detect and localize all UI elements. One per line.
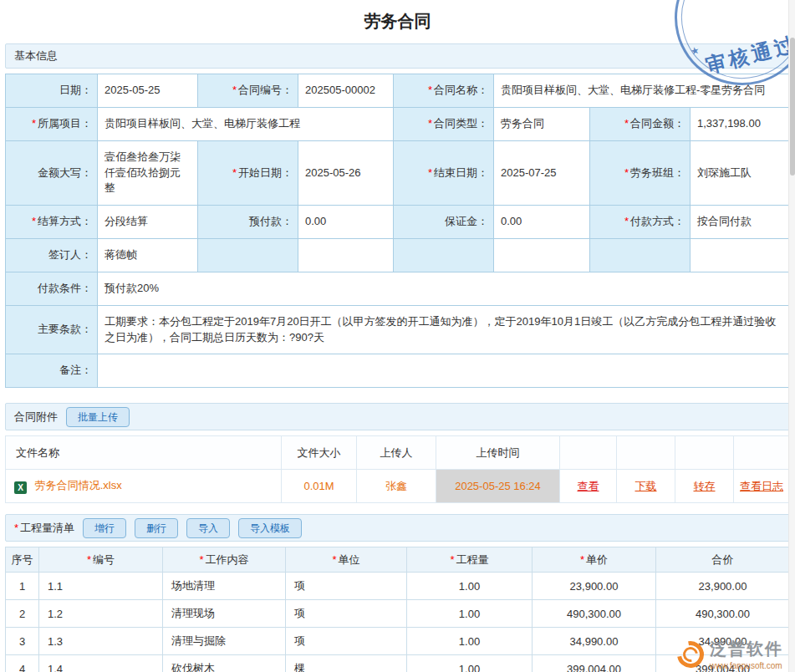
upload-time-cell: 2025-05-25 16:24: [436, 470, 560, 503]
unit-cell: 项: [286, 573, 407, 600]
price-cell: 490,300.00: [533, 600, 656, 628]
delete-row-button[interactable]: 删行: [135, 518, 178, 538]
empty-label: [394, 239, 494, 272]
form-row: *所属项目： 贵阳项目样板间、大堂、电梯厅装修工程 *合同类型： 劳务合同 *合…: [6, 107, 790, 140]
date-value: 2025-05-25: [98, 74, 198, 108]
add-row-button[interactable]: 增行: [83, 518, 126, 538]
boq-row: 3 1.3 清理与掘除 项 1.00 34,990.00 34,990.00: [6, 628, 790, 655]
action-cell: 查看: [560, 470, 617, 503]
col-header-action: [675, 436, 734, 470]
col-header-action: [560, 436, 617, 470]
project-label: *所属项目：: [6, 107, 98, 140]
boq-title: *工程量清单: [14, 521, 74, 536]
form-row: 签订人： 蒋德帧: [6, 239, 790, 272]
attachment-file-link[interactable]: 劳务合同情况.xlsx: [35, 479, 122, 491]
signer-value: 蒋德帧: [98, 239, 198, 272]
action-cell: 转存: [675, 470, 734, 503]
action-cell: 查看日志: [734, 470, 790, 503]
remark-label: 备注：: [6, 354, 98, 388]
view-log-link[interactable]: 查看日志: [740, 480, 783, 492]
save-as-link[interactable]: 转存: [694, 480, 716, 492]
unit-cell: 棵: [286, 655, 407, 672]
pay-terms-label: 付款条件：: [6, 272, 98, 305]
main-terms-label: 主要条款：: [6, 305, 98, 354]
total-cell: 490,300.00: [656, 600, 790, 628]
seq-cell: 1: [6, 573, 39, 600]
col-header-upload-time: 上传时间: [436, 436, 560, 470]
col-header-content: *工作内容: [163, 547, 286, 573]
form-row: *结算方式： 分段结算 预付款： 0.00 保证金： 0.00 *付款方式： 按…: [6, 206, 790, 239]
file-size-cell: 0.01M: [282, 470, 357, 503]
boq-row: 1 1.1 场地清理 项 1.00 23,900.00 23,900.00: [6, 573, 790, 600]
import-button[interactable]: 导入: [186, 518, 230, 538]
page-title: 劳务合同: [5, 0, 790, 43]
basic-info-header: 基本信息: [5, 43, 790, 69]
price-cell: 399,004.00: [533, 655, 656, 672]
prepay-label: 预付款：: [198, 206, 298, 239]
contract-type-value: 劳务合同: [494, 107, 590, 140]
import-template-button[interactable]: 导入模板: [238, 518, 302, 538]
amount-caps-label: 金额大写：: [6, 140, 98, 206]
empty-value: [691, 239, 790, 272]
empty-label: [590, 239, 691, 272]
code-cell: 1.4: [39, 655, 163, 672]
attachment-row: 劳务合同情况.xlsx 0.01M 张鑫 2025-05-25 16:24 查看…: [6, 470, 790, 503]
uploader-cell: 张鑫: [357, 470, 436, 503]
pay-method-label: *付款方式：: [590, 206, 691, 239]
attachments-table: 文件名称 文件大小 上传人 上传时间 劳务合同情况.xlsx 0.01M 张鑫 …: [5, 435, 790, 503]
empty-value: [298, 239, 394, 272]
watermark-site: www.fanpusoft.com: [710, 661, 783, 670]
form-row: 主要条款： 工期要求：本分包工程定于2019年7月20日开工（以甲方签发的开工通…: [6, 305, 790, 354]
boq-table: 序号 *编号 *工作内容 *单位 *工程量 *单价 合价 1 1.1 场地清理 …: [5, 547, 790, 672]
col-header-unit: *单位: [286, 547, 407, 573]
view-link[interactable]: 查看: [578, 480, 599, 492]
prepay-value: 0.00: [298, 206, 394, 239]
settlement-label: *结算方式：: [6, 206, 98, 239]
end-date-label: *结束日期：: [394, 140, 494, 206]
quantity-cell: 1.00: [407, 573, 533, 600]
scrollbar[interactable]: [788, 0, 795, 672]
content-cell: 清理现场: [163, 600, 286, 628]
start-date-value: 2025-05-26: [298, 140, 394, 206]
amount-caps-value: 壹佰叁拾叁万柒仟壹佰玖拾捌元整: [98, 140, 198, 206]
empty-value: [494, 239, 590, 272]
contract-amount-label: *合同金额：: [590, 107, 691, 140]
basic-info-table: 日期： 2025-05-25 *合同编号： 202505-00002 *合同名称…: [5, 74, 790, 388]
pay-method-value: 按合同付款: [691, 206, 790, 239]
content-cell: 场地清理: [163, 573, 286, 600]
form-row: 日期： 2025-05-25 *合同编号： 202505-00002 *合同名称…: [6, 74, 790, 108]
boq-row: 2 1.2 清理现场 项 1.00 490,300.00 490,300.00: [6, 600, 790, 628]
code-cell: 1.3: [39, 628, 163, 655]
col-header-code: *编号: [39, 547, 163, 573]
col-header-file-size: 文件大小: [282, 436, 357, 470]
batch-upload-button[interactable]: 批量上传: [66, 407, 130, 427]
unit-cell: 项: [286, 600, 407, 628]
form-row: 金额大写： 壹佰叁拾叁万柒仟壹佰玖拾捌元整 *开始日期： 2025-05-26 …: [6, 140, 790, 206]
price-cell: 34,990.00: [533, 628, 656, 655]
signer-label: 签订人：: [6, 239, 98, 272]
contract-type-label: *合同类型：: [394, 107, 494, 140]
project-value: 贵阳项目样板间、大堂、电梯厅装修工程: [98, 107, 394, 140]
deposit-label: 保证金：: [394, 206, 494, 239]
download-link[interactable]: 下载: [635, 480, 657, 492]
unit-cell: 项: [286, 628, 407, 655]
boq-toolbar: *工程量清单 增行 删行 导入 导入模板: [5, 514, 790, 542]
contract-no-label: *合同编号：: [198, 74, 298, 108]
price-cell: 23,900.00: [533, 573, 656, 600]
scrollbar-thumb[interactable]: [790, 38, 795, 176]
start-date-label: *开始日期：: [198, 140, 298, 206]
date-label: 日期：: [6, 74, 98, 108]
quantity-cell: 1.00: [407, 600, 533, 628]
deposit-value: 0.00: [494, 206, 590, 239]
attachments-header-row: 文件名称 文件大小 上传人 上传时间: [6, 436, 790, 470]
content-cell: 清理与掘除: [163, 628, 286, 655]
pay-terms-value: 预付款20%: [98, 272, 790, 305]
labor-contract-page: 劳务合同 审核通过 基本信息 日期： 2025-05-25 *合同编号： 202…: [0, 0, 795, 672]
remark-value: [98, 354, 790, 388]
col-header-file-name: 文件名称: [6, 436, 282, 470]
quantity-cell: 1.00: [407, 628, 533, 655]
code-cell: 1.2: [39, 600, 163, 628]
form-row: 备注：: [6, 354, 790, 388]
form-row: 付款条件： 预付款20%: [6, 272, 790, 305]
seq-cell: 4: [6, 655, 39, 672]
